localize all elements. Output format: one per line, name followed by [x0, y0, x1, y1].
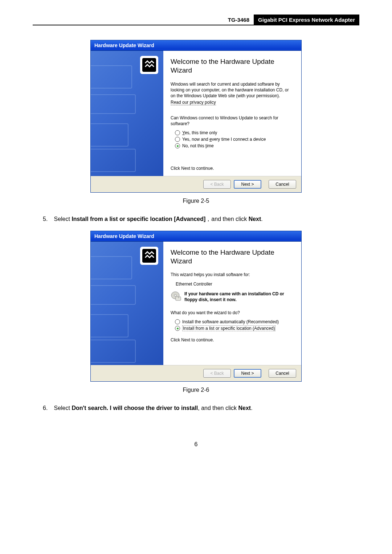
header-product: Gigabit PCI Express Network Adapter: [254, 15, 359, 25]
dialog-intro: This wizard helps you install software f…: [171, 272, 294, 278]
wizard-dialog-1: Hardware Update Wizard Welcome to the Ha…: [90, 40, 302, 193]
radio-icon: [175, 130, 180, 135]
figure-caption-1: Figure 2-5: [33, 198, 359, 204]
continue-hint: Click Next to continue.: [171, 337, 294, 342]
radio-label: Yes, this time only: [182, 130, 217, 135]
dialog-titlebar: Hardware Update Wizard: [91, 231, 301, 242]
cancel-button[interactable]: Cancel: [269, 180, 296, 189]
dialog-question: What do you want the wizard to do?: [171, 310, 294, 316]
dialog-content: Welcome to the Hardware Update Wizard Th…: [163, 242, 301, 365]
radio-label: Yes, now and every time I connect a devi…: [182, 137, 266, 142]
radio-no[interactable]: No, not this time: [175, 143, 294, 148]
dialog-content: Welcome to the Hardware Update Wizard Wi…: [163, 51, 301, 176]
back-button[interactable]: < Back: [203, 180, 231, 189]
svg-rect-1: [142, 58, 156, 72]
radio-yes-once[interactable]: Yes, this time only: [175, 130, 294, 135]
wizard-dialog-2: Hardware Update Wizard Welcome to the Ha…: [90, 231, 302, 382]
button-row: < Back Next > Cancel: [91, 176, 301, 192]
radio-group: Install the software automatically (Reco…: [175, 319, 294, 331]
radio-icon: [175, 319, 180, 324]
step-5: 5. Select Install from a list or specifi…: [43, 215, 359, 223]
back-button[interactable]: < Back: [203, 369, 231, 378]
svg-rect-7: [178, 297, 179, 298]
step-number: 5.: [43, 215, 52, 223]
radio-auto[interactable]: Install the software automatically (Reco…: [175, 319, 294, 324]
device-name: Ethernet Controller: [176, 282, 294, 287]
radio-icon-selected: [175, 143, 180, 148]
svg-point-5: [174, 294, 176, 296]
side-graphic: [91, 242, 163, 365]
dialog-heading: Welcome to the Hardware Update Wizard: [171, 248, 294, 266]
dialog-question: Can Windows connect to Windows Update to…: [171, 115, 294, 127]
radio-icon-selected: [175, 326, 180, 331]
continue-hint: Click Next to continue.: [171, 166, 294, 171]
figure-caption-2: Figure 2-6: [33, 387, 359, 393]
radio-label: No, not this time: [182, 143, 214, 148]
radio-label: Install from a list or specific location…: [182, 326, 275, 331]
radio-label: Install the software automatically (Reco…: [182, 319, 279, 324]
radio-yes-always[interactable]: Yes, now and every time I connect a devi…: [175, 137, 294, 142]
radio-icon: [175, 137, 180, 142]
side-graphic: [91, 51, 163, 176]
dialog-heading: Welcome to the Hardware Update Wizard: [171, 57, 294, 75]
page-number: 6: [33, 441, 359, 448]
header-model: TG-3468: [224, 15, 254, 24]
step-number: 6.: [43, 404, 52, 412]
page-header: TG-3468 Gigabit PCI Express Network Adap…: [33, 15, 359, 25]
radio-advanced[interactable]: Install from a list or specific location…: [175, 326, 294, 331]
note-text: If your hardware came with an installati…: [184, 291, 294, 303]
next-button[interactable]: Next >: [234, 180, 261, 189]
chip-icon: [139, 245, 160, 266]
dialog-intro: Windows will search for current and upda…: [171, 81, 294, 99]
dialog-titlebar: Hardware Update Wizard: [91, 40, 301, 51]
radio-group: Yes, this time only Yes, now and every t…: [175, 130, 294, 148]
step-6: 6. Select Don't search. I will choose th…: [43, 404, 359, 412]
chip-icon: [139, 54, 160, 75]
svg-rect-3: [142, 249, 156, 263]
next-button[interactable]: Next >: [234, 369, 261, 378]
privacy-link[interactable]: Read our privacy policy: [171, 100, 216, 105]
cancel-button[interactable]: Cancel: [269, 369, 296, 378]
insert-cd-note: If your hardware came with an installati…: [171, 291, 294, 303]
cd-icon: [171, 291, 181, 302]
button-row: < Back Next > Cancel: [91, 365, 301, 381]
